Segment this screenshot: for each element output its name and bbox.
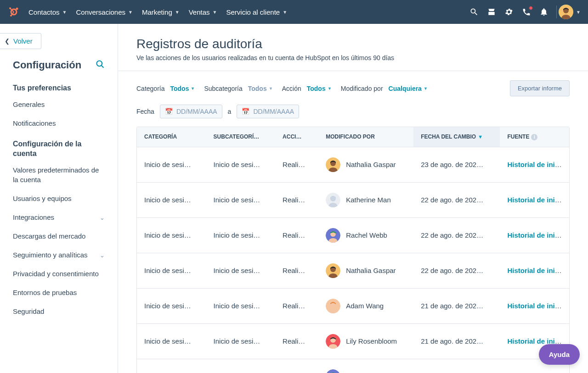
date-range-separator: a bbox=[228, 108, 232, 115]
nav-item-3[interactable]: Ventas▼ bbox=[189, 8, 217, 16]
chevron-down-icon: ▼ bbox=[128, 10, 133, 15]
nav-item-2[interactable]: Marketing▼ bbox=[142, 8, 180, 16]
cell-user: Nathalia Gaspar bbox=[318, 253, 413, 288]
table-row[interactable]: Inicio de sesi…Inicio de sesi…Reali…Kath… bbox=[137, 182, 569, 217]
chevron-down-icon: ▾ bbox=[192, 86, 194, 91]
user-avatar-icon bbox=[326, 157, 340, 172]
cell-subcategory: Inicio de sesi… bbox=[206, 182, 276, 217]
chevron-left-icon: ❮ bbox=[5, 38, 10, 45]
top-icons bbox=[469, 7, 549, 17]
chevron-down-icon: ▼ bbox=[62, 10, 67, 15]
phone-icon[interactable] bbox=[521, 7, 531, 17]
cell-source[interactable]: Historial de inici… bbox=[500, 288, 569, 323]
sidebar-link[interactable]: Integraciones⌄ bbox=[13, 212, 105, 222]
cell-subcategory: Inicio de sesi… bbox=[206, 323, 276, 359]
svg-line-6 bbox=[16, 9, 17, 10]
cell-action: Reali… bbox=[275, 147, 318, 182]
filter-category[interactable]: Todos▾ bbox=[170, 85, 194, 92]
filter-category-label: Categoría bbox=[136, 85, 164, 92]
sidebar-section-header: Configuración de la cuenta bbox=[13, 139, 105, 159]
sidebar-link[interactable]: Entornos de pruebas bbox=[13, 288, 105, 297]
cell-source[interactable]: Historial de inici… bbox=[500, 217, 569, 253]
cell-action: Reali… bbox=[275, 253, 318, 288]
cell-category: Inicio de sesi… bbox=[137, 253, 206, 288]
bell-icon[interactable] bbox=[539, 7, 549, 17]
filter-bar: Categoría Todos▾ Subcategoría Todos▾ Acc… bbox=[136, 80, 570, 118]
top-navigation: Contactos▼Conversaciones▼Marketing▼Venta… bbox=[0, 0, 588, 24]
nav-item-0[interactable]: Contactos▼ bbox=[28, 8, 67, 16]
filter-subcategory[interactable]: Todos▾ bbox=[248, 85, 272, 92]
cell-action: Reali… bbox=[275, 217, 318, 253]
sort-descending-icon: ▼ bbox=[478, 134, 483, 139]
cell-action: Reali… bbox=[275, 182, 318, 217]
chevron-down-icon: ⌄ bbox=[100, 214, 105, 222]
back-label: Volver bbox=[13, 37, 33, 45]
cell-action: Reali… bbox=[275, 323, 318, 359]
cell-date: 22 de ago. de 202… bbox=[413, 182, 500, 217]
filter-action[interactable]: Todos▾ bbox=[307, 85, 331, 92]
cell-subcategory: Inicio de sesi… bbox=[206, 288, 276, 323]
search-icon[interactable] bbox=[469, 7, 479, 17]
sidebar-link[interactable]: Seguridad bbox=[13, 306, 105, 316]
cell-subcategory: Inicio de sesi… bbox=[206, 217, 276, 253]
column-header[interactable]: ACCI… bbox=[275, 127, 318, 147]
filter-date-label: Fecha bbox=[136, 108, 154, 115]
date-from-input[interactable]: 📅DD/MM/AAAA bbox=[160, 105, 222, 118]
sidebar-link[interactable]: Descargas del mercado bbox=[13, 231, 105, 241]
svg-line-10 bbox=[102, 66, 104, 68]
nav-item-4[interactable]: Servicio al cliente▼ bbox=[226, 8, 287, 16]
table-row[interactable]: Inicio de sesi…Inicio de sesi…Reali…Rach… bbox=[137, 359, 569, 373]
column-header[interactable]: MODIFICADO POR bbox=[318, 127, 413, 147]
cell-source[interactable]: Historial de inici… bbox=[500, 253, 569, 288]
cell-category: Inicio de sesi… bbox=[137, 359, 206, 373]
info-icon[interactable]: i bbox=[531, 134, 537, 140]
sidebar-link[interactable]: Usuarios y equipos bbox=[13, 194, 105, 203]
column-header[interactable]: FECHA DEL CAMBIO▼ bbox=[413, 127, 500, 147]
marketplace-icon[interactable] bbox=[486, 7, 497, 17]
audit-log-table: CATEGORÍASUBCATEGORÍ…ACCI…MODIFICADO POR… bbox=[136, 127, 570, 373]
filter-action-label: Acción bbox=[282, 85, 301, 92]
cell-source[interactable]: Historial de inici… bbox=[500, 147, 569, 182]
cell-date: 21 de ago. de 202… bbox=[413, 359, 500, 373]
column-header[interactable]: SUBCATEGORÍ… bbox=[206, 127, 276, 147]
user-avatar-icon bbox=[326, 228, 340, 243]
chevron-down-icon: ⌄ bbox=[100, 251, 105, 260]
date-to-input[interactable]: 📅DD/MM/AAAA bbox=[237, 105, 299, 118]
user-avatar-icon bbox=[326, 193, 340, 207]
account-menu[interactable]: ▼ bbox=[559, 5, 581, 19]
cell-user: Nathalia Gaspar bbox=[318, 147, 413, 182]
table-row[interactable]: Inicio de sesi…Inicio de sesi…Reali…Rach… bbox=[137, 217, 569, 253]
table-row[interactable]: Inicio de sesi…Inicio de sesi…Reali…Lily… bbox=[137, 323, 569, 359]
table-row[interactable]: Inicio de sesi…Inicio de sesi…Reali…Nath… bbox=[137, 253, 569, 288]
cell-user: Rachel Webb bbox=[318, 359, 413, 373]
table-row[interactable]: Inicio de sesi…Inicio de sesi…Reali…Adam… bbox=[137, 288, 569, 323]
sidebar-link[interactable]: Valores predeterminados de la cuenta bbox=[13, 165, 105, 184]
main-content: Registros de auditoría Ve las acciones d… bbox=[118, 24, 588, 373]
filter-modifiedby-label: Modificado por bbox=[341, 85, 383, 92]
sidebar-link[interactable]: Privacidad y consentimiento bbox=[13, 269, 105, 278]
sidebar-link[interactable]: Notificaciones bbox=[13, 118, 105, 128]
cell-date: 22 de ago. de 202… bbox=[413, 253, 500, 288]
cell-subcategory: Inicio de sesi… bbox=[206, 253, 276, 288]
back-button[interactable]: ❮Volver bbox=[0, 33, 41, 49]
settings-gear-icon[interactable] bbox=[504, 7, 514, 17]
help-button[interactable]: Ayuda bbox=[539, 344, 580, 365]
divider bbox=[556, 6, 557, 18]
table-row[interactable]: Inicio de sesi…Inicio de sesi…Reali…Nath… bbox=[137, 147, 569, 182]
cell-category: Inicio de sesi… bbox=[137, 182, 206, 217]
sidebar-link[interactable]: Seguimiento y analíticas⌄ bbox=[13, 250, 105, 260]
column-header[interactable]: CATEGORÍA bbox=[137, 127, 206, 147]
hubspot-logo-icon[interactable] bbox=[7, 6, 20, 18]
cell-source[interactable]: Historial de inici… bbox=[500, 182, 569, 217]
sidebar-search-icon[interactable] bbox=[96, 60, 105, 71]
cell-date: 21 de ago. de 202… bbox=[413, 323, 500, 359]
filter-modifiedby[interactable]: Cualquiera▾ bbox=[389, 85, 427, 92]
sidebar-link[interactable]: Generales bbox=[13, 100, 105, 109]
svg-point-9 bbox=[97, 61, 102, 67]
cell-category: Inicio de sesi… bbox=[137, 147, 206, 182]
cell-date: 22 de ago. de 202… bbox=[413, 217, 500, 253]
nav-item-1[interactable]: Conversaciones▼ bbox=[76, 8, 132, 16]
column-header[interactable]: FUENTEi bbox=[500, 127, 569, 147]
export-report-button[interactable]: Exportar informe bbox=[510, 80, 570, 96]
sidebar-section-header: Tus preferencias bbox=[13, 83, 105, 93]
